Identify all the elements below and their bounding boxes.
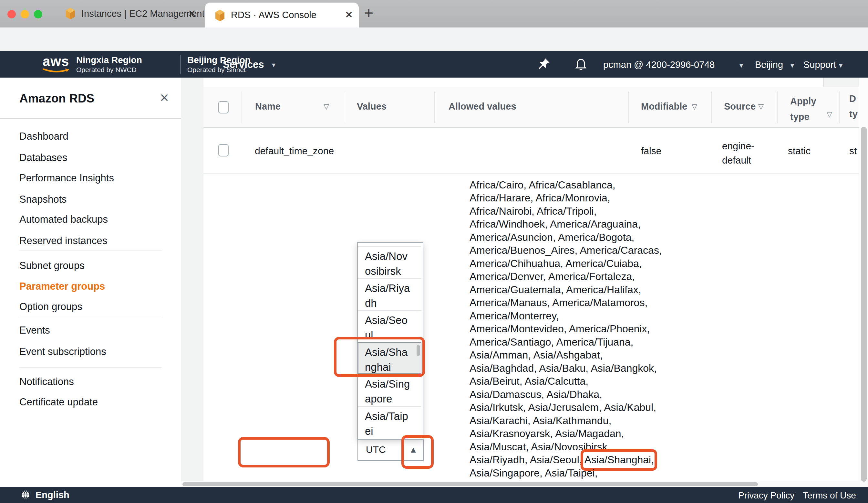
allowed-values-line: Asia/Singapore, Asia/Taipei, <box>469 467 598 479</box>
allowed-values-line: Africa/Harare, Africa/Monrovia, <box>469 192 610 204</box>
traffic-light-zoom[interactable] <box>34 10 42 18</box>
dropdown-option-shanghai-selected[interactable]: Asia/Shanghai <box>358 342 421 374</box>
column-header-values: Values <box>357 101 386 112</box>
column-header-name: Name <box>255 101 281 112</box>
aws-cube-icon <box>214 9 226 22</box>
column-header-allowed-values: Allowed values <box>448 101 516 112</box>
tab-title: RDS · AWS Console <box>231 10 317 20</box>
divider <box>19 251 162 251</box>
traffic-light-minimize[interactable] <box>21 10 29 18</box>
dropdown-option-singapore[interactable]: Asia/Singapore <box>358 374 421 406</box>
sort-icon[interactable]: ▽ <box>827 110 832 119</box>
tab-close-icon[interactable]: ✕ <box>345 9 353 20</box>
region-operator: Operated by NWCD <box>76 66 137 74</box>
sidebar: Amazon RDS ✕ Dashboard Databases Perform… <box>0 78 182 487</box>
column-separator <box>628 91 629 123</box>
allowed-values-text: Asia/Riyadh, Asia/Seoul, <box>469 454 585 465</box>
aws-logo-text: aws <box>43 54 70 69</box>
support-label: Support <box>803 60 836 70</box>
allowed-values-line: America/Monterrey, <box>469 310 559 322</box>
tab-close-icon[interactable]: ✕ <box>188 8 196 19</box>
allowed-value-shanghai-annotated: Asia/Shanghai, <box>585 454 654 465</box>
allowed-values-line: America/Asuncion, America/Bogota, <box>469 231 634 243</box>
column-separator <box>839 91 840 123</box>
dropdown-option-seoul[interactable]: Asia/Seoul <box>358 310 421 342</box>
allowed-values-line: Asia/Amman, Asia/Ashgabat, <box>469 349 603 361</box>
sidebar-item-events[interactable]: Events <box>19 324 50 336</box>
sidebar-item-option-groups[interactable]: Option groups <box>19 301 82 313</box>
sidebar-item-notifications[interactable]: Notifications <box>19 376 74 388</box>
allowed-values-line: America/Chihuahua, America/Cuiaba, <box>469 258 642 270</box>
language-selector[interactable]: English <box>35 490 70 500</box>
screen: Instances | EC2 Management C ✕ RDS · AWS… <box>0 0 868 503</box>
vertical-scrollbar <box>859 78 868 481</box>
dropdown-option-novosibirsk[interactable]: Asia/Novosibirsk <box>358 246 421 278</box>
apply-type-value: static <box>788 145 810 157</box>
traffic-light-close[interactable] <box>8 10 16 18</box>
divider <box>0 118 181 119</box>
timezone-value-select[interactable]: UTC ▲ <box>358 439 424 461</box>
sidebar-item-databases[interactable]: Databases <box>19 152 67 163</box>
pin-icon[interactable] <box>537 57 551 72</box>
column-separator <box>777 91 778 123</box>
select-arrow-button[interactable]: ▲ <box>403 440 423 460</box>
vertical-scrollbar-thumb[interactable] <box>861 127 867 482</box>
select-all-checkbox[interactable] <box>218 101 229 113</box>
sort-icon[interactable]: ▽ <box>323 102 329 111</box>
new-tab-button[interactable]: + <box>364 4 373 22</box>
timezone-dropdown-list: Asia/Novosibirsk Asia/Riyadh Asia/Seoul … <box>357 242 423 440</box>
row-checkbox[interactable] <box>218 144 229 157</box>
sidebar-item-parameter-groups[interactable]: Parameter groups <box>19 281 105 292</box>
terms-of-use-link[interactable]: Terms of Use <box>803 490 856 501</box>
horizontal-scrollbar-thumb[interactable] <box>183 482 758 486</box>
aws-cube-icon <box>65 7 76 20</box>
horizontal-scrollbar <box>181 481 868 487</box>
dropdown-option-riyadh[interactable]: Asia/Riyadh <box>358 278 421 310</box>
dropdown-option-taipei[interactable]: Asia/Taipei <box>358 406 421 438</box>
sort-icon[interactable]: ▽ <box>692 102 697 111</box>
column-header-source: Source <box>724 101 756 112</box>
column-separator <box>241 91 242 123</box>
sidebar-item-subnet-groups[interactable]: Subnet groups <box>19 260 85 272</box>
sidebar-item-snapshots[interactable]: Snapshots <box>19 194 67 205</box>
sidebar-item-performance-insights[interactable]: Performance Insights <box>19 172 114 184</box>
tab-rds-console[interactable]: RDS · AWS Console ✕ <box>205 3 359 28</box>
select-value: UTC <box>366 444 386 455</box>
column-header-apply-type: Apply type <box>790 93 829 124</box>
allowed-values-line: Asia/Beirut, Asia/Calcutta, <box>469 375 588 387</box>
sidebar-item-event-subscriptions[interactable]: Event subscriptions <box>19 346 106 358</box>
allowed-values-line: America/Santiago, America/Tijuana, <box>469 336 633 348</box>
sidebar-close-icon[interactable]: ✕ <box>159 91 169 105</box>
main-content: Name ▽ Values Allowed values Modifiable … <box>181 78 868 487</box>
sidebar-item-automated-backups[interactable]: Automated backups <box>19 214 108 225</box>
parameters-table-card: Name ▽ Values Allowed values Modifiable … <box>204 87 859 481</box>
column-separator <box>711 91 712 123</box>
table-header: Name ▽ Values Allowed values Modifiable … <box>204 87 859 128</box>
toolbar-partial <box>204 78 824 87</box>
table-row: default_time_zone false engine-default s… <box>204 127 859 174</box>
allowed-values-line: Africa/Nairobi, Africa/Tripoli, <box>469 205 597 217</box>
allowed-values-line: Asia/Damascus, Asia/Dhaka, <box>469 389 602 401</box>
browser-tab-bar: Instances | EC2 Management C ✕ RDS · AWS… <box>0 0 868 28</box>
sort-icon[interactable]: ▽ <box>758 102 764 111</box>
sidebar-item-dashboard[interactable]: Dashboard <box>19 131 69 142</box>
sidebar-title: Amazon RDS <box>19 92 94 105</box>
aws-smile-swoosh <box>43 68 70 74</box>
allowed-values-line: America/Buenos_Aires, America/Caracas, <box>469 244 662 256</box>
notifications-bell-icon[interactable] <box>574 56 588 72</box>
tab-ec2-instances[interactable]: Instances | EC2 Management C ✕ <box>55 0 201 28</box>
aws-logo[interactable]: aws <box>43 54 70 75</box>
sidebar-item-reserved-instances[interactable]: Reserved instances <box>19 235 107 247</box>
allowed-values-line: Asia/Riyadh, Asia/Seoul, Asia/Shanghai, <box>469 454 654 466</box>
chevron-down-icon: ▾ <box>740 61 743 70</box>
dropdown-scrollbar-thumb[interactable] <box>416 345 420 356</box>
allowed-values-line: America/Guatemala, America/Halifax, <box>469 284 641 296</box>
privacy-policy-link[interactable]: Privacy Policy <box>738 490 794 501</box>
console-footer: English Privacy Policy Terms of Use <box>0 487 868 503</box>
chevron-down-icon: ▾ <box>839 61 843 70</box>
column-separator <box>434 91 435 123</box>
allowed-values-line: America/Manaus, America/Matamoros, <box>469 297 648 309</box>
sidebar-item-certificate-update[interactable]: Certificate update <box>19 396 98 408</box>
chevron-down-icon: ▾ <box>272 61 276 69</box>
allowed-values-line: America/Montevideo, America/Phoenix, <box>469 323 650 335</box>
